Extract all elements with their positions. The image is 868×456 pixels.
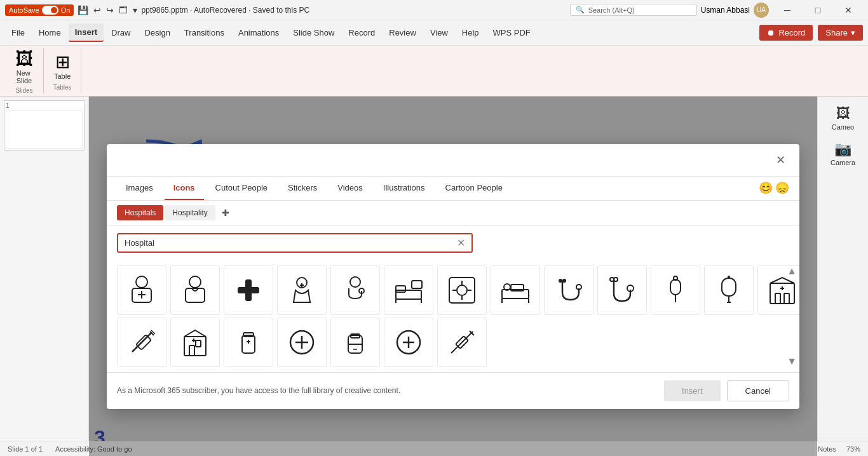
close-button[interactable]: ✕ <box>834 0 863 20</box>
slide-panel: 1 <box>0 97 89 456</box>
tab-stickers[interactable]: Stickers <box>279 177 326 200</box>
insert-icons-modal: ✕ Images Icons Cutout People Stickers Vi… <box>107 144 799 409</box>
icon-medicine-jar[interactable] <box>224 318 273 367</box>
icon-hospital-bed[interactable] <box>384 265 433 315</box>
search-clear-button[interactable]: ✕ <box>457 237 465 249</box>
menu-record[interactable]: Record <box>342 24 381 41</box>
svg-point-38 <box>674 276 677 280</box>
menu-insert[interactable]: Insert <box>69 23 104 42</box>
content-area: 3 ✕ Images Icons Cutout People Stickers … <box>89 97 817 456</box>
icon-settings[interactable] <box>437 265 487 315</box>
tab-cutout-people[interactable]: Cutout People <box>207 177 276 200</box>
title-search-bar[interactable]: 🔍 Search (Alt+Q) <box>570 4 697 16</box>
redo-icon[interactable]: ↪ <box>106 5 114 15</box>
minimize-button[interactable]: ─ <box>773 0 802 20</box>
title-bar-icons: 💾 ↩ ↪ 🗔 ▾ <box>78 5 137 15</box>
icon-doctor[interactable] <box>170 265 220 315</box>
tab-icons[interactable]: Icons <box>165 177 204 200</box>
menu-transitions[interactable]: Transitions <box>178 24 231 41</box>
slide-thumbnail[interactable]: 1 <box>4 100 85 151</box>
cancel-button[interactable]: Cancel <box>727 380 789 401</box>
svg-point-31 <box>559 279 562 283</box>
icon-stethoscope-person[interactable] <box>330 265 380 315</box>
search-input[interactable] <box>125 238 452 248</box>
subtab-hospitality[interactable]: Hospitality <box>165 205 215 220</box>
menu-home[interactable]: Home <box>32 24 67 41</box>
window-icon[interactable]: 🗔 <box>119 5 128 15</box>
notes-button[interactable]: Notes <box>818 445 836 453</box>
icon-medical-cross[interactable] <box>224 265 273 315</box>
icon-nurse[interactable] <box>117 265 166 315</box>
subtab-hospitals[interactable]: Hospitals <box>117 205 163 220</box>
modal-search-area: ✕ <box>107 225 799 260</box>
modal-close-button[interactable]: ✕ <box>772 152 789 168</box>
tab-cartoon-people[interactable]: Cartoon People <box>437 177 512 200</box>
menu-wpspdf[interactable]: WPS PDF <box>487 24 537 41</box>
user-area: Usman Abbasi UA <box>701 3 769 18</box>
modal-header: ✕ <box>107 144 799 177</box>
icon-iv-bag1[interactable] <box>651 265 700 315</box>
menu-help[interactable]: Help <box>456 24 485 41</box>
title-bar-right: 🔍 Search (Alt+Q) Usman Abbasi UA ─ □ ✕ <box>570 0 863 20</box>
menu-slideshow[interactable]: Slide Show <box>287 24 341 41</box>
menu-draw[interactable]: Draw <box>105 24 137 41</box>
maximize-button[interactable]: □ <box>803 0 832 20</box>
icon-circle-plus[interactable] <box>384 318 433 367</box>
title-bar-left: AutoSave On 💾 ↩ ↪ 🗔 ▾ ppt9865.pptm · Aut… <box>5 4 309 16</box>
undo-icon[interactable]: ↩ <box>93 5 101 15</box>
icon-stethoscope1[interactable] <box>544 265 593 315</box>
menu-view[interactable]: View <box>424 24 454 41</box>
scroll-up-button[interactable]: ▲ <box>787 265 797 277</box>
autosave-badge[interactable]: AutoSave On <box>5 4 74 16</box>
new-slide-button[interactable]: 🖼 NewSlide <box>13 48 36 87</box>
share-button[interactable]: Share ▾ <box>818 25 863 41</box>
icon-stethoscope2[interactable] <box>597 265 647 315</box>
emoji-sad-icon: 😞 <box>775 181 789 195</box>
icon-syringe1[interactable] <box>117 318 166 367</box>
tab-videos[interactable]: Videos <box>329 177 372 200</box>
subtab-add-button[interactable]: ✚ <box>217 205 234 221</box>
record-label: Record <box>778 28 805 37</box>
scroll-down-button[interactable]: ▼ <box>787 356 797 367</box>
cameo-label: Cameo <box>832 123 854 131</box>
svg-point-1 <box>136 276 147 288</box>
camera-label: Camera <box>831 159 855 166</box>
icon-plus-circle[interactable] <box>277 318 327 367</box>
menu-design[interactable]: Design <box>138 24 176 41</box>
save-icon[interactable]: 💾 <box>78 5 88 15</box>
icon-hospital-building2[interactable] <box>170 318 220 367</box>
title-bar-filename: ppt9865.pptm · AutoRecovered · Saved to … <box>141 6 309 15</box>
svg-rect-15 <box>396 286 405 292</box>
table-button[interactable]: ⊞ Table <box>51 51 73 83</box>
icon-iv-bag2[interactable] <box>704 265 754 315</box>
icon-pills[interactable] <box>330 318 380 367</box>
svg-rect-44 <box>775 293 780 304</box>
main-area: 1 3 ✕ Images <box>0 97 868 456</box>
record-button[interactable]: ⏺ Record <box>759 25 813 41</box>
menu-file[interactable]: File <box>5 24 31 41</box>
slide-number: 1 <box>6 102 83 109</box>
svg-rect-54 <box>196 340 201 347</box>
camera-icon: 📷 <box>834 141 851 158</box>
icon-syringe2[interactable] <box>437 318 487 367</box>
icon-patient-bed[interactable] <box>491 265 540 315</box>
menu-animations[interactable]: Animations <box>232 24 285 41</box>
emoji-happy-icon: 😊 <box>759 181 773 195</box>
emoji-panel: 😊 😞 <box>759 181 789 195</box>
camera-button[interactable]: 📷 Camera <box>827 137 859 170</box>
autosave-toggle[interactable] <box>42 6 58 15</box>
cameo-button[interactable]: 🖼 Cameo <box>828 102 858 135</box>
icon-nurse2[interactable] <box>277 265 327 315</box>
svg-rect-39 <box>722 278 736 296</box>
autosave-label: AutoSave <box>9 6 39 14</box>
modal-tabs: Images Icons Cutout People Stickers Vide… <box>107 177 799 201</box>
more-icon[interactable]: ▾ <box>133 5 137 15</box>
tab-illustrations[interactable]: Illustrations <box>374 177 434 200</box>
tab-images[interactable]: Images <box>117 177 162 200</box>
ribbon: 🖼 NewSlide Slides ⊞ Table Tables <box>0 46 868 97</box>
avatar[interactable]: UA <box>754 3 769 18</box>
insert-button[interactable]: Insert <box>664 380 721 401</box>
window-controls: ─ □ ✕ <box>773 0 863 20</box>
menu-review[interactable]: Review <box>383 24 423 41</box>
svg-rect-49 <box>136 334 151 349</box>
